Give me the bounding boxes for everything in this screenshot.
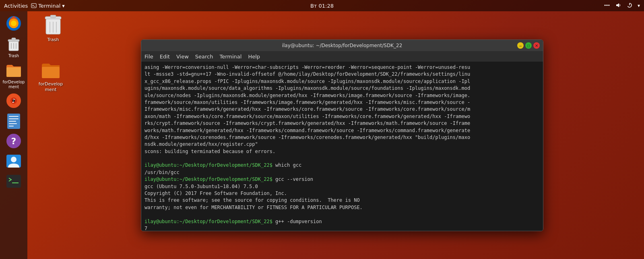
menu-view[interactable]: View <box>176 54 189 60</box>
desktop-trash-icon <box>43 16 63 35</box>
folder-icon <box>5 61 23 79</box>
minimize-button[interactable]: – <box>517 42 524 49</box>
svg-point-4 <box>608 4 609 6</box>
term-cmd-2: gcc --version <box>272 176 313 182</box>
network-icon[interactable] <box>604 2 610 10</box>
desktop-trash-label: Trash <box>47 37 59 43</box>
terminal-indicator[interactable]: Terminal ▾ <box>31 3 64 9</box>
svg-marker-7 <box>616 3 619 7</box>
desktop-folder-icon <box>41 60 60 80</box>
term-prompt-2: ilay@ubuntu:~/Desktop/forDevelopment/SDK… <box>144 176 272 182</box>
svg-rect-34 <box>6 175 21 188</box>
terminal-window: ilay@ubuntu: ~/Desktop/forDevelopment/SD… <box>141 39 543 231</box>
svg-rect-19 <box>6 67 21 77</box>
term-output-3: gcc (Ubuntu 7.5.0-3ubuntu1~18.04) 7.5.0 … <box>144 184 363 210</box>
terminal-title: ilay@ubuntu: ~/Desktop/forDevelopment/SD… <box>282 43 402 48</box>
dock-label-folder: forDevelopment <box>3 80 25 89</box>
clock: Вт 01:28 <box>310 3 334 9</box>
term-output-2: /usr/bin/gcc <box>144 170 180 175</box>
svg-rect-25 <box>9 116 19 117</box>
top-bar-right: ▾ <box>604 2 640 10</box>
term-cmd-3: g++ -dumpversion <box>272 219 322 224</box>
svg-rect-42 <box>42 67 60 78</box>
terminal-titlebar: ilay@ubuntu: ~/Desktop/forDevelopment/SD… <box>141 40 543 51</box>
term-cmd-1: which gcc <box>272 162 301 168</box>
terminal-indicator-icon <box>31 3 37 8</box>
dock-item-music[interactable]: ♪ <box>2 92 26 110</box>
dock-item-trash[interactable]: Trash <box>2 35 26 58</box>
menu-edit[interactable]: Edit <box>160 54 170 60</box>
activities-button[interactable]: Activities <box>4 3 28 9</box>
menu-help[interactable]: Help <box>248 54 260 60</box>
svg-rect-26 <box>9 118 19 119</box>
svg-rect-27 <box>9 121 16 122</box>
desktop-icon-trash[interactable]: Trash <box>37 16 69 43</box>
terminal-window-buttons: – □ ✕ <box>517 42 540 49</box>
dock: Trash forDevelopment ♪ <box>0 11 27 259</box>
svg-point-2 <box>606 4 607 6</box>
svg-rect-29 <box>9 126 14 126</box>
writer-icon <box>5 112 23 130</box>
svg-rect-28 <box>9 123 17 124</box>
term-prompt-3: ilay@ubuntu:~/Desktop/forDevelopment/SDK… <box>144 219 272 224</box>
svg-rect-15 <box>12 38 16 40</box>
svg-point-33 <box>11 157 17 162</box>
terminal-menubar: File Edit View Search Terminal Help <box>141 51 543 62</box>
help-icon: ? <box>5 132 23 150</box>
power-icon[interactable] <box>626 2 633 10</box>
top-bar: Activities Terminal ▾ Вт 01:28 <box>0 0 644 11</box>
dock-item-folder[interactable]: forDevelopment <box>2 61 26 89</box>
contacts-icon <box>5 152 23 170</box>
dock-label-trash: Trash <box>8 54 19 58</box>
term-prompt-1: ilay@ubuntu:~/Desktop/forDevelopment/SDK… <box>144 162 272 168</box>
dock-item-terminal[interactable] <box>2 172 26 190</box>
terminal-content[interactable]: asing -Werror=conversion-null -Werror=ch… <box>141 62 543 231</box>
menu-file[interactable]: File <box>144 54 153 60</box>
menu-terminal[interactable]: Terminal <box>219 54 242 60</box>
svg-rect-37 <box>50 15 56 18</box>
term-output-block1: asing -Werror=conversion-null -Werror=ch… <box>144 64 470 154</box>
svg-point-3 <box>604 4 605 6</box>
dock-item-help[interactable]: ? <box>2 132 26 150</box>
volume-icon[interactable] <box>615 2 621 10</box>
menu-search[interactable]: Search <box>195 54 213 60</box>
trash-icon <box>5 35 23 52</box>
dock-item-firefox[interactable] <box>2 15 26 32</box>
desktop-icon-folder[interactable]: forDevelopment <box>35 60 67 93</box>
maximize-button[interactable]: □ <box>525 42 532 49</box>
svg-text:♪: ♪ <box>12 97 16 104</box>
close-button[interactable]: ✕ <box>533 42 540 49</box>
terminal-dropdown-arrow[interactable]: ▾ <box>62 3 65 9</box>
dock-item-contacts[interactable] <box>2 152 26 170</box>
terminal-indicator-label: Terminal <box>38 3 60 9</box>
term-output-4: 7 <box>144 226 147 231</box>
svg-text:?: ? <box>11 136 17 146</box>
music-icon: ♪ <box>5 92 23 110</box>
desktop-folder-label: forDevelopment <box>39 81 63 93</box>
svg-point-12 <box>11 21 17 26</box>
firefox-icon <box>5 15 23 32</box>
top-bar-left: Activities Terminal ▾ <box>4 3 65 9</box>
terminal-dock-icon <box>5 172 23 190</box>
power-dropdown[interactable]: ▾ <box>638 3 640 8</box>
dock-item-writer[interactable] <box>2 112 26 130</box>
